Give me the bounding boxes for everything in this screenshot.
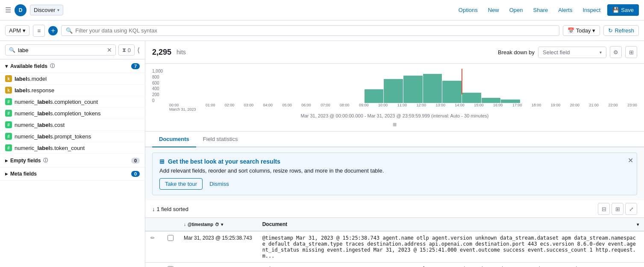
chart-settings-button[interactable]: ⚙ — [610, 46, 622, 58]
inspect-button[interactable]: Inspect — [579, 5, 604, 15]
table-row: ✏ Mar 31, 2023 @ 15:25:38.692 @timestamp… — [145, 263, 644, 267]
sort-desc-icon: ↓ — [184, 222, 186, 227]
filter-icon: ⧗ — [122, 47, 126, 53]
field-item-numeric-cost[interactable]: # numeric_labels.cost — [0, 119, 145, 131]
chevron-down-icon: ▾ — [221, 222, 223, 227]
expand-cell[interactable]: ✏ — [145, 263, 162, 267]
timestamp-cell[interactable]: Mar 31, 2023 @ 15:25:38.743 — [179, 231, 257, 263]
dismiss-banner-button[interactable]: Dismiss — [206, 178, 232, 190]
hamburger-icon[interactable]: ☰ — [5, 6, 11, 14]
collapse-sidebar-button[interactable]: ⟨ — [137, 46, 140, 54]
field-name-numeric-completion-count: numeric_labels.completion_count — [15, 99, 98, 105]
available-fields-header[interactable]: ▾ Available fields ⓘ 7 — [0, 59, 145, 73]
kql-input[interactable] — [75, 27, 555, 34]
document-cell: @timestamp Mar 31, 2023 @ 15:25:38.743 a… — [257, 231, 644, 263]
info-banner: ⊞ Get the best look at your search resul… — [152, 153, 637, 195]
field-name-labels-model: labels.model — [15, 76, 47, 82]
results-table: ↓ @timestamp ⏱ ▾ Document ▾ — [145, 218, 644, 267]
save-button[interactable]: 💾 Save — [607, 4, 639, 16]
refresh-button[interactable]: ↻ Refresh — [603, 25, 639, 36]
app-name-badge[interactable]: Discover ▾ — [30, 5, 63, 15]
share-button[interactable]: Share — [530, 5, 552, 15]
tabs-row: Documents Field statistics — [145, 132, 644, 147]
field-search-row: 🔍 ✕ ⧗ 0 ⟨ — [0, 41, 145, 59]
field-type-keyword-icon: k — [5, 75, 12, 82]
field-item-labels-model[interactable]: k labels.model — [0, 73, 145, 85]
x-axis-labels: 00:00March 31, 202301:0002:0003:0004:000… — [169, 103, 637, 111]
save-icon: 💾 — [612, 7, 619, 13]
banner-title-text: Get the best look at your search results — [168, 158, 280, 165]
date-picker[interactable]: 📅 Today ▾ — [563, 25, 600, 36]
tab-documents[interactable]: Documents — [152, 132, 196, 147]
chart-area: 1,000 800 600 400 200 0 00:00March 31, 2… — [145, 64, 644, 132]
table-row: ✏ Mar 31, 2023 @ 15:25:38.743 @timestamp… — [145, 231, 644, 263]
filter-bar: APM ▾ ≡ + 🔍 📅 Today ▾ ↻ Refresh — [0, 21, 644, 41]
alerts-button[interactable]: Alerts — [555, 5, 576, 15]
info-icon: ⓘ — [50, 63, 55, 69]
field-item-numeric-token-count[interactable]: # numeric_labels.token_count — [0, 142, 145, 154]
app-avatar: D — [15, 4, 26, 16]
add-filter-button[interactable]: + — [48, 26, 58, 35]
filter-options-button[interactable]: ≡ — [33, 25, 45, 37]
open-button[interactable]: Open — [506, 5, 526, 15]
empty-fields-header[interactable]: ▸ Empty fields ⓘ 0 — [0, 154, 145, 167]
expanded-view-button[interactable]: ⊞ — [612, 203, 623, 215]
meta-fields-count: 0 — [131, 171, 140, 177]
checkbox-cell[interactable] — [162, 263, 179, 267]
hits-label: hits — [176, 49, 186, 56]
field-type-number-icon: # — [5, 133, 12, 140]
chevron-right-icon: ▸ — [5, 171, 8, 177]
row-checkbox[interactable] — [168, 235, 173, 241]
clear-search-button[interactable]: ✕ — [107, 47, 112, 53]
field-name-numeric-prompt-tokens: numeric_labels.prompt_tokens — [15, 133, 91, 140]
sidebar: 🔍 ✕ ⧗ 0 ⟨ ▾ Available fields ⓘ 7 k label… — [0, 41, 145, 267]
chart-time-range: Mar 31, 2023 @ 00:00:00.000 - Mar 31, 20… — [152, 111, 637, 120]
main-layout: 🔍 ✕ ⧗ 0 ⟨ ▾ Available fields ⓘ 7 k label… — [0, 41, 644, 267]
breakdown-label: Break down by — [498, 49, 535, 56]
full-screen-button[interactable]: ⤢ — [625, 203, 637, 215]
compact-view-button[interactable]: ⊟ — [598, 203, 610, 215]
new-button[interactable]: New — [485, 5, 503, 15]
expand-cell[interactable]: ✏ — [145, 231, 162, 263]
field-item-numeric-completion-count[interactable]: # numeric_labels.completion_count — [0, 96, 145, 108]
chart-options-button[interactable]: ⊞ — [625, 46, 637, 58]
meta-fields-header[interactable]: ▸ Meta fields 0 — [0, 167, 145, 181]
field-item-numeric-completion-tokens[interactable]: # numeric_labels.completion_tokens — [0, 108, 145, 119]
chevron-down-icon: ▾ — [23, 27, 26, 34]
timestamp-sort[interactable]: ↓ @timestamp ⏱ ▾ — [184, 222, 252, 227]
field-item-labels-response[interactable]: k labels.response — [0, 85, 145, 96]
chart-collapse-icon[interactable]: ≡ — [152, 120, 637, 129]
checkbox-cell[interactable] — [162, 231, 179, 263]
apm-dropdown[interactable]: APM ▾ — [5, 25, 29, 36]
field-name-numeric-cost: numeric_labels.cost — [15, 122, 65, 128]
document-cell: @timestamp Mar 31, 2023 @ 15:25:38.692 a… — [257, 263, 644, 267]
field-search-input[interactable] — [18, 47, 104, 53]
field-type-number-icon: # — [5, 98, 12, 105]
available-fields-count: 7 — [131, 63, 140, 69]
close-banner-button[interactable]: ✕ — [628, 156, 633, 164]
expand-row-icon[interactable]: ✏ — [150, 235, 155, 241]
field-type-number-icon: # — [5, 121, 12, 128]
search-icon: 🔍 — [9, 47, 15, 53]
field-search-wrapper[interactable]: 🔍 ✕ — [5, 44, 116, 56]
chart-container: 1,000 800 600 400 200 0 00:00March 31, 2… — [152, 69, 637, 111]
calendar-icon: 📅 — [568, 27, 574, 34]
info-icon: ⓘ — [43, 157, 48, 164]
options-button[interactable]: Options — [455, 5, 481, 15]
tab-field-statistics[interactable]: Field statistics — [196, 132, 245, 147]
field-item-numeric-prompt-tokens[interactable]: # numeric_labels.prompt_tokens — [0, 131, 145, 142]
timestamp-cell[interactable]: Mar 31, 2023 @ 15:25:38.692 — [179, 263, 257, 267]
select-field-dropdown[interactable]: Select field ▾ — [538, 47, 606, 58]
kql-search-bar[interactable]: 🔍 — [61, 25, 559, 36]
breakdown-wrapper: Break down by Select field ▾ ⚙ ⊞ — [498, 46, 637, 58]
refresh-icon: ↻ — [608, 27, 613, 34]
chevron-down-icon: ▾ — [5, 63, 8, 69]
sort-row: ↓ 1 field sorted ⊟ ⊞ ⤢ — [145, 200, 644, 218]
sort-label: ↓ 1 field sorted — [152, 206, 188, 212]
sort-icon: ↓ — [152, 206, 155, 212]
empty-fields-count: 0 — [131, 158, 140, 164]
take-tour-button[interactable]: Take the tour — [159, 178, 203, 190]
y-axis: 1,000 800 600 400 200 0 — [152, 69, 169, 103]
th-timestamp[interactable]: ↓ @timestamp ⏱ ▾ — [179, 218, 257, 231]
th-document: Document ▾ — [257, 218, 644, 231]
